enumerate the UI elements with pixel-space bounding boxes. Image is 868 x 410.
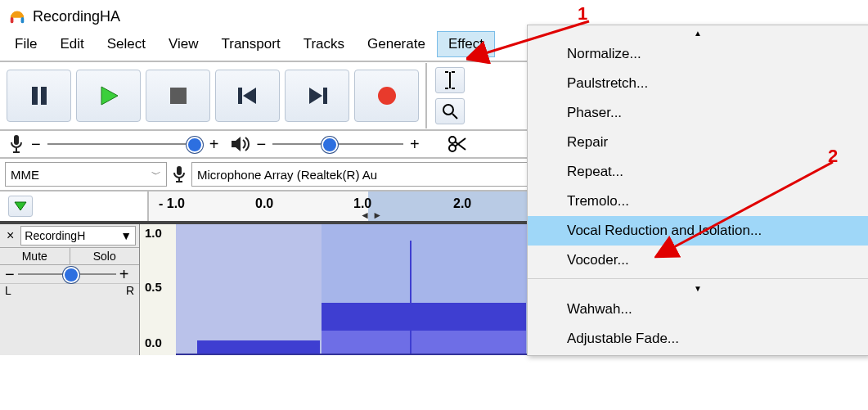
effect-vocal-reduction[interactable]: Vocal Reduction and Isolation... bbox=[528, 216, 868, 246]
track-close-button[interactable]: × bbox=[3, 228, 17, 243]
transport-toolbar bbox=[0, 63, 427, 128]
selection-tool[interactable] bbox=[435, 67, 465, 93]
rec-vol-minus: − bbox=[31, 140, 41, 148]
loop-arrows-icon: ◄ ► bbox=[360, 210, 382, 221]
chevron-down-icon: ﹀ bbox=[151, 168, 161, 182]
effect-phaser[interactable]: Phaser... bbox=[528, 98, 868, 128]
stop-button[interactable] bbox=[146, 70, 210, 122]
gain-slider[interactable] bbox=[18, 271, 116, 277]
speaker-icon bbox=[230, 135, 250, 153]
effect-adjustable-fade[interactable]: Adjustable Fade... bbox=[528, 324, 868, 354]
gain-minus: − bbox=[5, 270, 15, 278]
svg-rect-13 bbox=[14, 135, 19, 145]
skip-start-button[interactable] bbox=[215, 70, 280, 122]
svg-point-11 bbox=[443, 105, 453, 115]
svg-marker-8 bbox=[309, 88, 322, 104]
ruler-tick: - 1.0 bbox=[159, 196, 185, 211]
solo-button[interactable]: Solo bbox=[70, 248, 140, 264]
pause-button[interactable] bbox=[7, 70, 71, 122]
svg-point-10 bbox=[378, 87, 396, 105]
pan-l: L bbox=[5, 284, 11, 297]
zoom-tool[interactable] bbox=[435, 98, 465, 124]
effect-dropdown: ▲ Normalize... Paulstretch... Phaser... … bbox=[527, 25, 868, 356]
scissors-icon[interactable] bbox=[447, 135, 467, 153]
play-vol-minus: − bbox=[256, 140, 266, 148]
effect-repeat[interactable]: Repeat... bbox=[528, 157, 868, 187]
svg-marker-4 bbox=[101, 87, 118, 105]
svg-marker-20 bbox=[15, 202, 26, 210]
svg-rect-1 bbox=[21, 17, 25, 23]
svg-marker-14 bbox=[232, 137, 241, 151]
menu-generate[interactable]: Generate bbox=[356, 31, 437, 57]
input-device-label: Microphone Array (Realtek(R) Au bbox=[197, 168, 377, 182]
ruler-tick: 2.0 bbox=[453, 196, 471, 211]
play-vol-slider[interactable] bbox=[272, 141, 403, 147]
record-button[interactable] bbox=[354, 70, 419, 122]
menu-effect[interactable]: Effect bbox=[437, 31, 495, 57]
svg-line-12 bbox=[452, 114, 457, 119]
chevron-down-icon: ▼ bbox=[120, 229, 132, 242]
rec-vol-slider[interactable] bbox=[47, 141, 203, 147]
svg-rect-2 bbox=[32, 87, 38, 105]
y-scale: 1.0 0.5 0.0 bbox=[140, 224, 177, 355]
window-title: RecordingHA bbox=[33, 8, 120, 25]
menu-tracks[interactable]: Tracks bbox=[292, 31, 356, 57]
effect-normalize[interactable]: Normalize... bbox=[528, 39, 868, 69]
effect-repair[interactable]: Repair bbox=[528, 128, 868, 157]
menu-select[interactable]: Select bbox=[96, 31, 157, 57]
gain-plus: + bbox=[119, 270, 129, 278]
menu-view[interactable]: View bbox=[157, 31, 210, 57]
effect-paulstretch[interactable]: Paulstretch... bbox=[528, 69, 868, 98]
audio-host-combo[interactable]: MME ﹀ bbox=[5, 162, 167, 187]
svg-marker-7 bbox=[243, 88, 256, 104]
ruler-tick: 0.0 bbox=[255, 196, 273, 211]
svg-rect-9 bbox=[323, 88, 327, 104]
menu-edit[interactable]: Edit bbox=[48, 31, 95, 57]
dropdown-scroll-up[interactable]: ▲ bbox=[528, 27, 868, 39]
mute-button[interactable]: Mute bbox=[0, 248, 70, 264]
rec-vol-plus: + bbox=[209, 140, 219, 148]
mic-icon bbox=[172, 165, 187, 183]
pan-r: R bbox=[126, 284, 134, 297]
menu-separator bbox=[528, 278, 868, 279]
track-name-menu[interactable]: RecordingH ▼ bbox=[20, 226, 136, 246]
svg-rect-5 bbox=[170, 88, 187, 104]
dropdown-scroll-down[interactable]: ▼ bbox=[528, 282, 868, 295]
play-button[interactable] bbox=[76, 70, 141, 122]
effect-vocoder[interactable]: Vocoder... bbox=[528, 246, 868, 275]
effect-tremolo[interactable]: Tremolo... bbox=[528, 187, 868, 216]
svg-rect-6 bbox=[238, 88, 242, 104]
menu-transport[interactable]: Transport bbox=[210, 31, 292, 57]
mic-icon bbox=[8, 134, 25, 154]
skip-end-button[interactable] bbox=[285, 70, 349, 122]
playhead-button[interactable] bbox=[8, 196, 33, 217]
svg-rect-3 bbox=[41, 87, 47, 105]
effect-wahwah[interactable]: Wahwah... bbox=[528, 295, 868, 324]
audio-host-label: MME bbox=[11, 168, 39, 182]
svg-rect-19 bbox=[177, 166, 182, 175]
svg-rect-0 bbox=[11, 17, 14, 23]
tool-column bbox=[432, 62, 468, 129]
app-icon bbox=[8, 7, 26, 25]
play-vol-plus: + bbox=[410, 140, 420, 148]
track-header: × RecordingH ▼ Mute Solo − + L R bbox=[0, 224, 140, 355]
track-name-label: RecordingH bbox=[25, 229, 85, 242]
menu-file[interactable]: File bbox=[3, 31, 48, 57]
